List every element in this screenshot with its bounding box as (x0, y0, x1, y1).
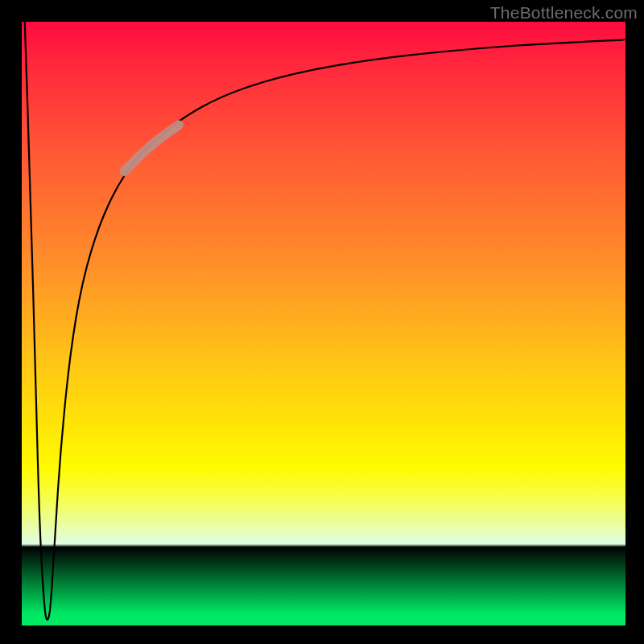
bottleneck-curve (25, 22, 625, 620)
chart-container: TheBottleneck.com (0, 0, 644, 644)
plot-area (22, 22, 625, 625)
chart-curve-layer (22, 22, 625, 625)
curve-highlight-segment (125, 125, 180, 171)
attribution-label: TheBottleneck.com (490, 3, 638, 23)
